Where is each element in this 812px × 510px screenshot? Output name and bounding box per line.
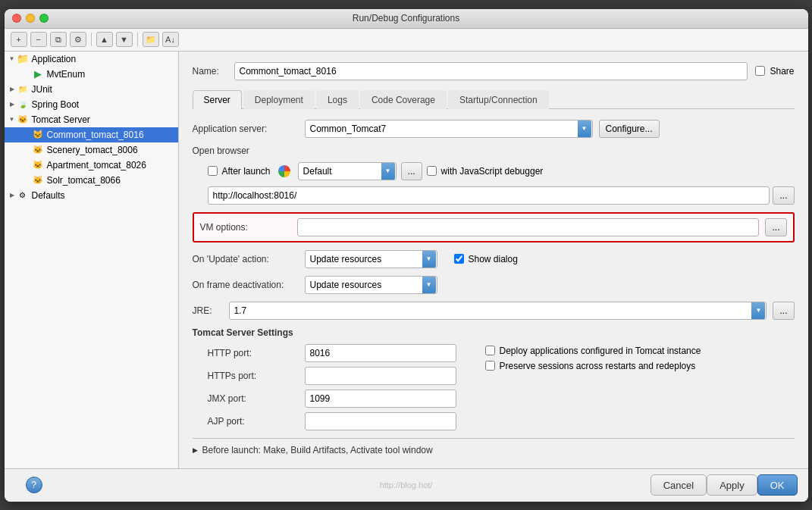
share-label: Share xyxy=(770,66,794,77)
window-controls xyxy=(12,14,49,23)
before-launch-row[interactable]: ▶ Before launch: Make, Build Artifacts, … xyxy=(193,445,795,455)
show-dialog-label: Show dialog xyxy=(469,254,518,264)
left-panel: ▼ 📁 Application ▶ MvtEnum ▶ 📁 JUnit ▶ 🍃 … xyxy=(5,52,179,468)
https-port-input[interactable] xyxy=(305,367,456,385)
separator-2 xyxy=(137,33,138,46)
share-checkbox[interactable] xyxy=(755,66,765,76)
tomcat-icon-solr8066: 🐱 xyxy=(32,174,44,186)
deploy-apps-label: Deploy applications configured in Tomcat… xyxy=(500,346,701,356)
minimize-button[interactable] xyxy=(26,14,35,23)
tab-startup-connection[interactable]: Startup/Connection xyxy=(448,90,549,109)
browser-select[interactable] xyxy=(298,162,397,180)
on-frame-select-wrapper: ▼ xyxy=(305,276,437,294)
jmx-port-input[interactable] xyxy=(305,390,456,408)
tree-item-scenery8006[interactable]: 🐱 Scenery_tomact_8006 xyxy=(5,142,178,158)
before-launch-arrow: ▶ xyxy=(193,446,198,454)
deploy-checks: Deploy applications configured in Tomcat… xyxy=(485,344,701,371)
tab-logs[interactable]: Logs xyxy=(316,90,359,109)
tomcat-icon-scenery8006: 🐱 xyxy=(32,144,44,156)
name-input[interactable] xyxy=(234,62,748,80)
close-button[interactable] xyxy=(12,14,21,23)
preserve-sessions-checkbox[interactable] xyxy=(485,361,495,371)
tree-item-solr8066[interactable]: 🐱 Solr_tomcat_8066 xyxy=(5,173,178,188)
ok-button[interactable]: OK xyxy=(757,474,798,496)
run-icon-mvtenum: ▶ xyxy=(32,68,44,80)
chrome-icon xyxy=(278,165,290,177)
name-row: Name: Share xyxy=(193,62,795,80)
deploy-apps-item: Deploy applications configured in Tomcat… xyxy=(485,346,701,356)
arrow-tomcat-server: ▼ xyxy=(8,116,17,123)
tree-label-application: Application xyxy=(32,54,77,64)
https-port-label: HTTPs port: xyxy=(208,371,299,381)
ajp-port-input[interactable] xyxy=(305,412,456,430)
vm-options-more-btn[interactable]: ... xyxy=(765,218,786,236)
vm-options-input[interactable] xyxy=(297,218,760,236)
tab-code-coverage[interactable]: Code Coverage xyxy=(360,90,447,109)
app-server-input[interactable] xyxy=(305,120,593,138)
js-debugger-checkbox[interactable] xyxy=(427,166,437,176)
cancel-button[interactable]: Cancel xyxy=(651,474,707,496)
tab-server[interactable]: Server xyxy=(193,90,242,109)
separator-1 xyxy=(91,33,92,46)
copy-button[interactable]: ⧉ xyxy=(50,32,67,47)
jre-more-btn[interactable]: ... xyxy=(773,302,794,320)
http-port-input[interactable] xyxy=(305,344,456,362)
tab-deployment[interactable]: Deployment xyxy=(243,90,315,109)
apply-button[interactable]: Apply xyxy=(707,474,757,496)
tree-label-defaults: Defaults xyxy=(32,190,65,201)
remove-button[interactable]: − xyxy=(30,32,47,47)
tree-item-mvtenum[interactable]: ▶ MvtEnum xyxy=(5,67,178,82)
add-button[interactable]: + xyxy=(11,32,27,47)
before-launch-section: ▶ Before launch: Make, Build Artifacts, … xyxy=(193,438,795,455)
url-row: ... xyxy=(193,186,795,205)
tree-label-springboot: Spring Boot xyxy=(32,99,80,110)
sort-button[interactable]: A↓ xyxy=(162,32,179,47)
right-panel: Name: Share Server Deployment Logs Code … xyxy=(179,52,808,468)
tree-label-scenery8006: Scenery_tomact_8006 xyxy=(47,145,138,155)
tree-item-junit[interactable]: ▶ 📁 JUnit xyxy=(5,82,178,97)
maximize-button[interactable] xyxy=(39,14,49,23)
tree-item-springboot[interactable]: ▶ 🍃 Spring Boot xyxy=(5,97,178,112)
down-button[interactable]: ▼ xyxy=(116,32,133,47)
main-content: ▼ 📁 Application ▶ MvtEnum ▶ 📁 JUnit ▶ 🍃 … xyxy=(5,52,808,468)
jre-select-wrapper: ▼ xyxy=(229,302,767,320)
browser-more-btn[interactable]: ... xyxy=(401,162,422,180)
name-label: Name: xyxy=(193,66,227,77)
tree-item-apartment8026[interactable]: 🐱 Apartment_tomcat_8026 xyxy=(5,158,178,173)
vm-options-label: VM options: xyxy=(200,222,291,233)
jre-input[interactable] xyxy=(229,302,767,320)
on-frame-select[interactable] xyxy=(305,276,437,294)
bottom-bar-inner: ? http://blog.hot/ Cancel Apply OK xyxy=(15,474,798,496)
on-frame-label: On frame deactivation: xyxy=(193,280,299,290)
js-debugger-label: with JavaScript debugger xyxy=(441,166,544,177)
show-dialog-checkbox[interactable] xyxy=(454,254,464,264)
app-server-row: Application server: ▼ Configure... xyxy=(193,120,795,138)
port-settings: HTTP port: HTTPs port: JMX port: AJP por… xyxy=(208,344,462,430)
toolbar: + − ⧉ ⚙ ▲ ▼ 📁 A↓ xyxy=(5,29,808,52)
tree-item-commont8016[interactable]: 🐱 Commont_tomact_8016 xyxy=(5,127,178,142)
tree-item-application[interactable]: ▼ 📁 Application xyxy=(5,52,178,67)
configure-button[interactable]: Configure... xyxy=(599,120,660,138)
folder-button[interactable]: 📁 xyxy=(143,32,159,47)
deploy-apps-checkbox[interactable] xyxy=(485,346,495,355)
settings-button[interactable]: ⚙ xyxy=(70,32,86,47)
tree-item-defaults[interactable]: ▶ ⚙ Defaults xyxy=(5,188,178,203)
window-title: Run/Debug Configurations xyxy=(353,13,459,23)
tree-item-tomcat-server[interactable]: ▼ 🐱 Tomcat Server xyxy=(5,112,178,127)
tomcat-settings-title: Tomcat Server Settings xyxy=(193,327,795,338)
help-button[interactable]: ? xyxy=(26,477,42,493)
on-update-select[interactable] xyxy=(305,250,437,268)
share-area: Share xyxy=(755,66,794,77)
url-input[interactable] xyxy=(208,186,770,205)
url-more-btn[interactable]: ... xyxy=(773,186,794,205)
arrow-defaults: ▶ xyxy=(8,192,17,199)
tomcat-icon-apartment8026: 🐱 xyxy=(32,159,44,171)
up-button[interactable]: ▲ xyxy=(96,32,113,47)
after-launch-checkbox[interactable] xyxy=(208,166,218,176)
before-launch-text: Before launch: Make, Build Artifacts, Ac… xyxy=(202,445,433,455)
arrow-springboot: ▶ xyxy=(8,101,17,108)
app-server-label: Application server: xyxy=(193,124,299,134)
on-frame-row: On frame deactivation: ▼ xyxy=(193,276,795,294)
tree-label-apartment8026: Apartment_tomcat_8026 xyxy=(47,160,146,171)
open-browser-label: Open browser xyxy=(193,145,795,156)
